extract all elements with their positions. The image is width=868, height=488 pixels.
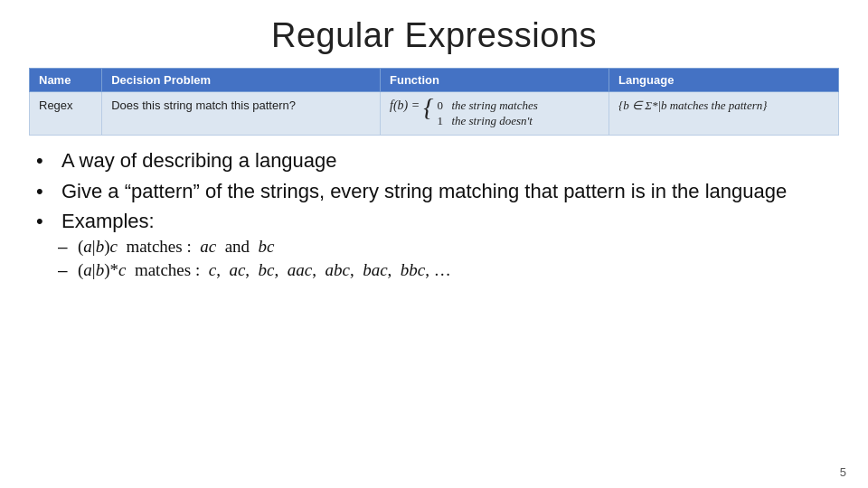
bullet-text-1: A way of describing a language bbox=[61, 148, 337, 174]
bullet-dot-2: • bbox=[36, 179, 61, 204]
bullets-section: • A way of describing a language • Give … bbox=[29, 148, 839, 284]
col-header-name: Name bbox=[30, 69, 102, 92]
func-num-0: 0 bbox=[437, 99, 446, 113]
bullet-text-2: Give a “pattern” of the strings, every s… bbox=[61, 179, 787, 204]
slide-title: Regular Expressions bbox=[29, 16, 839, 55]
table-row: Regex Does this string match this patter… bbox=[30, 92, 839, 136]
func-brace-icon: { bbox=[423, 95, 433, 120]
sub-bullet-2: – (a|b)*c matches : c, ac, bc, aac, abc,… bbox=[58, 259, 451, 282]
func-case-0: 0 the string matches bbox=[437, 99, 537, 113]
cell-function: f(b) = { 0 the string matches 1 the stri… bbox=[381, 92, 609, 136]
col-header-function: Function bbox=[381, 69, 609, 92]
func-desc-1: the string doesn't bbox=[451, 114, 532, 128]
cell-name: Regex bbox=[30, 92, 102, 136]
col-header-language: Language bbox=[609, 69, 838, 92]
func-cases: 0 the string matches 1 the string doesn'… bbox=[437, 99, 537, 128]
func-case-1: 1 the string doesn't bbox=[437, 114, 537, 128]
bullet-dot-1: • bbox=[36, 148, 61, 174]
table-header-row: Name Decision Problem Function Language bbox=[30, 69, 839, 92]
bullet-dot-3: • bbox=[36, 209, 61, 234]
cell-language: {b ∈ Σ*|b matches the pattern} bbox=[609, 92, 838, 136]
bullet-2: • Give a “pattern” of the strings, every… bbox=[36, 179, 839, 204]
function-definition: f(b) = { 0 the string matches 1 the stri… bbox=[390, 99, 599, 128]
sub-bullets: – (a|b)c matches : ac and bc – (a|b)*c m… bbox=[36, 236, 451, 284]
bullet-text-3: Examples: bbox=[61, 209, 155, 234]
sub-text-2: (a|b)*c matches : c, ac, bc, aac, abc, b… bbox=[78, 259, 451, 282]
sub-bullet-1: – (a|b)c matches : ac and bc bbox=[58, 236, 451, 258]
sub-dash-1: – bbox=[58, 236, 78, 258]
slide: Regular Expressions Name Decision Proble… bbox=[0, 0, 868, 488]
cell-decision: Does this string match this pattern? bbox=[102, 92, 381, 136]
func-lhs: f(b) = bbox=[390, 99, 420, 113]
func-num-1: 1 bbox=[437, 114, 446, 128]
sub-dash-2: – bbox=[58, 259, 78, 282]
info-table: Name Decision Problem Function Language … bbox=[29, 68, 839, 136]
page-number: 5 bbox=[840, 465, 846, 479]
bullet-3: • Examples: – (a|b)c matches : ac and bc… bbox=[36, 209, 839, 284]
sub-text-1: (a|b)c matches : ac and bc bbox=[78, 236, 275, 258]
col-header-decision: Decision Problem bbox=[102, 69, 381, 92]
bullet-1: • A way of describing a language bbox=[36, 148, 839, 174]
func-desc-0: the string matches bbox=[451, 99, 537, 113]
